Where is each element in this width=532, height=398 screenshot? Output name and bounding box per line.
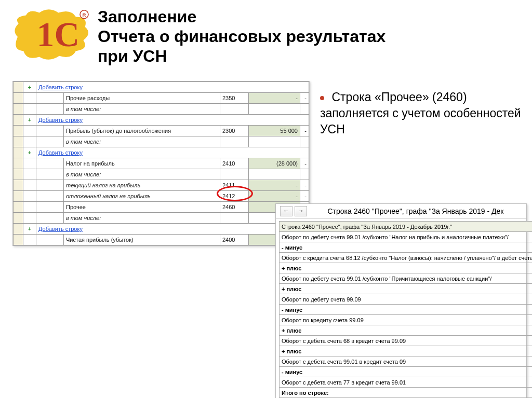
detail-row: Оборот с кредита счета 68.12 /субконто "…	[280, 253, 533, 263]
row-tail: -	[300, 158, 309, 169]
plus-icon: +	[23, 224, 36, 235]
row-value[interactable]: -	[249, 191, 300, 202]
row-value[interactable]	[249, 104, 300, 115]
page-title: Заполнение Отчета о финансовых результат…	[98, 7, 385, 66]
row-tail	[300, 169, 309, 180]
add-row-link[interactable]: Добавить строку	[36, 115, 309, 126]
row-code: 2460	[220, 202, 249, 213]
detail-row: Оборот с дебета счета 99.01 в кредит сче…	[280, 356, 533, 367]
row-value[interactable]: (28 000)	[249, 158, 300, 169]
row-label: в том числе:	[64, 213, 220, 224]
row-tail: -	[300, 126, 309, 136]
row-code	[220, 136, 249, 147]
table-row: в том числе:	[14, 169, 309, 180]
bullet-text: Строка «Прочее» (2460) заполняется с уче…	[320, 90, 521, 136]
table-row: текущий налог на прибыль2411--	[14, 180, 309, 191]
row-value[interactable]	[249, 136, 300, 147]
detail-row: + плюс	[280, 284, 533, 294]
app-logo: 1C R	[4, 6, 98, 63]
row-value[interactable]: 55 000	[249, 126, 300, 136]
row-label: в том числе:	[64, 104, 220, 115]
row-value[interactable]: -	[249, 180, 300, 191]
detail-row: + плюс	[280, 346, 533, 356]
svg-text:R: R	[83, 12, 86, 18]
table-row: Прибыль (убыток) до налогообложения23005…	[14, 126, 309, 136]
detail-row: + плюс	[280, 263, 533, 273]
row-code	[220, 169, 249, 180]
slide-bullet: Строка «Прочее» (2460) заполняется с уче…	[320, 89, 528, 138]
bullet-icon	[320, 96, 324, 100]
add-row-link[interactable]: Добавить строку	[36, 82, 309, 93]
add-row: +Добавить строку	[14, 82, 309, 93]
detail-row: Итого по строке:	[280, 388, 533, 398]
financial-report-panel: +Добавить строкуПрочие расходы2350--в то…	[12, 81, 310, 246]
row-label: Чистая прибыль (убыток)	[64, 235, 220, 245]
add-row: +Добавить строку	[14, 147, 309, 158]
row-code	[220, 213, 249, 224]
table-row: в том числе:	[14, 136, 309, 147]
row-code: 2400	[220, 235, 249, 245]
nav-back-button[interactable]: ←	[280, 206, 292, 216]
row-tail	[300, 136, 309, 147]
add-row: +Добавить строку	[14, 115, 309, 126]
detail-row: Оборот с дебета счета 68 в кредит счета …	[280, 336, 533, 346]
detail-row: Оборот по дебету счета 99.01 /субконто "…	[280, 232, 533, 242]
row-value[interactable]	[249, 169, 300, 180]
add-row-link[interactable]: Добавить строку	[36, 224, 309, 235]
detail-header-row: Строка 2460 "Прочее", графа "За Январь 2…	[280, 222, 533, 232]
plus-icon: +	[23, 147, 36, 158]
detail-row: - минус	[280, 367, 533, 377]
table-row: Чистая прибыль (убыток)24002 500-	[14, 235, 309, 245]
table-row: Прочее2460(24 500)-	[14, 202, 309, 213]
row-label: Прочие расходы	[64, 93, 220, 104]
row-label: Прибыль (убыток) до налогообложения	[64, 126, 220, 136]
table-row: Прочие расходы2350--	[14, 93, 309, 104]
row-label: отложенный налог на прибыль	[64, 191, 220, 202]
row-code: 2412	[220, 191, 249, 202]
row-code	[220, 104, 249, 115]
row-code: 2411	[220, 180, 249, 191]
plus-icon: +	[23, 115, 36, 126]
plus-icon: +	[23, 82, 36, 93]
table-row: отложенный налог на прибыль2412--	[14, 191, 309, 202]
svg-text:1C: 1C	[37, 15, 79, 54]
row-code: 2350	[220, 93, 249, 104]
table-row: в том числе:	[14, 104, 309, 115]
nav-forward-button[interactable]: →	[295, 206, 307, 216]
row-label: в том числе:	[64, 136, 220, 147]
table-row: в том числе:	[14, 213, 309, 224]
row-code: 2300	[220, 126, 249, 136]
row-label: Налог на прибыль	[64, 158, 220, 169]
row-label: в том числе:	[64, 169, 220, 180]
row-label: Прочее	[64, 202, 220, 213]
row-tail: -	[300, 191, 309, 202]
line-detail-panel: ← → Строка 2460 "Прочее", графа "За Янва…	[275, 203, 527, 398]
add-row-link[interactable]: Добавить строку	[36, 147, 309, 158]
table-row: Налог на прибыль2410(28 000)-	[14, 158, 309, 169]
detail-row: - минус	[280, 305, 533, 315]
row-label: текущий налог на прибыль	[64, 180, 220, 191]
row-tail: -	[300, 93, 309, 104]
detail-row: Оборот по дебету счета 99.09	[280, 294, 533, 305]
row-value[interactable]: -	[249, 93, 300, 104]
add-row: +Добавить строку	[14, 224, 309, 235]
detail-row: Оборот с дебета счета 77 в кредит счета …	[280, 377, 533, 388]
row-tail	[300, 104, 309, 115]
detail-row: Оборот по дебету счета 99.01 /субконто "…	[280, 273, 533, 284]
row-code: 2410	[220, 158, 249, 169]
row-tail: -	[300, 180, 309, 191]
detail-row: + плюс	[280, 325, 533, 336]
detail-title: Строка 2460 "Прочее", графа "За Январь 2…	[309, 207, 522, 215]
detail-row: Оборот по кредиту счета 99.09	[280, 315, 533, 325]
detail-row: - минус	[280, 242, 533, 253]
